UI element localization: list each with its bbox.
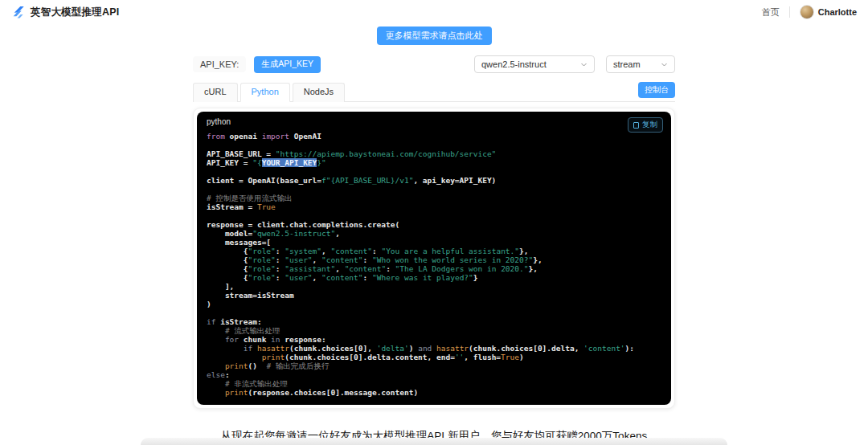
code-segment: } <box>473 273 478 282</box>
code-line: {"role": "assistant", "content": "The LA… <box>207 264 661 273</box>
code-line: # 控制是否使用流式输出 <box>207 194 661 202</box>
code-line: model="qwen2.5-instruct", <box>207 229 661 238</box>
code-segment: : <box>276 255 285 264</box>
code-segment: , flush= <box>464 353 501 361</box>
code-segment: f"{API_BASE_URL}/v1" <box>321 176 413 185</box>
code-line <box>207 141 661 149</box>
code-segment: : <box>276 247 285 255</box>
code-segment: in <box>266 335 285 344</box>
code-segment: (response.choices[0].message.content) <box>248 388 419 397</box>
code-segment: "You are a helpful assistant." <box>381 247 519 255</box>
code-segment: (chunk.choices[0], <box>289 344 377 353</box>
nav-home-link[interactable]: 首页 <box>762 6 780 18</box>
code-segment: : <box>276 273 285 282</box>
code-segment: }, <box>519 247 528 255</box>
code-segment: ): <box>625 344 634 353</box>
code-segment: and <box>418 344 436 353</box>
code-line: API_BASE_URL = "https://apiemp.baystonea… <box>207 149 661 158</box>
code-segment <box>207 353 262 361</box>
code-segment: , <box>313 255 321 264</box>
code-segment: ) <box>409 344 418 353</box>
more-models-button[interactable]: 更多模型需求请点击此处 <box>377 27 492 45</box>
code-segment: : <box>363 255 372 264</box>
code-segment: "content" <box>321 273 362 282</box>
code-line: if hasattr(chunk.choices[0], 'delta') an… <box>207 344 661 353</box>
code-segment: isStream = <box>207 202 257 211</box>
generate-api-key-button[interactable]: 生成API_KEY <box>254 56 321 73</box>
code-segment <box>207 388 225 397</box>
code-segment: "assistant" <box>285 264 335 273</box>
code-segment: "role" <box>248 264 275 273</box>
code-segment: client = OpenAI(base_url= <box>207 176 321 185</box>
code-segment: # 控制是否使用流式输出 <box>207 194 292 202</box>
model-select[interactable]: qwen2.5-instruct <box>474 55 595 73</box>
tab-curl[interactable]: cURL <box>193 83 238 102</box>
code-segment: () <box>248 361 267 370</box>
tab-python[interactable]: Python <box>240 83 290 102</box>
code-segment: chunk <box>244 335 267 344</box>
code-segment: response: <box>285 335 326 344</box>
code-segment: ], <box>207 282 234 291</box>
brand[interactable]: 英智大模型推理API <box>11 5 119 19</box>
code-segment: hasattr <box>257 344 289 353</box>
console-button[interactable]: 控制台 <box>638 82 675 98</box>
next-section-edge <box>141 438 727 445</box>
code-segment: 'delta' <box>377 344 409 353</box>
brand-logo-icon <box>11 5 26 19</box>
code-segment: isStream: <box>220 317 261 326</box>
code-segment: }" <box>317 158 326 167</box>
code-segment: "Who won the world series in 2020?" <box>372 255 533 264</box>
code-segment <box>207 361 225 370</box>
code-block: python 复制 from openai import OpenAI API_… <box>197 112 671 405</box>
code-segment: API_KEY = <box>207 158 252 167</box>
code-line: # 非流式输出处理 <box>207 379 661 388</box>
code-segment: { <box>207 255 248 264</box>
code-segment: True <box>501 353 519 361</box>
code-segment: openai <box>230 132 257 141</box>
code-line: if isStream: <box>207 317 661 326</box>
code-segment: (chunk.choices[0].delta.content, end= <box>285 353 455 361</box>
copy-button-label: 复制 <box>642 120 657 130</box>
code-segment: : <box>225 370 230 379</box>
model-select-value: qwen2.5-instruct <box>481 59 547 69</box>
stream-select[interactable]: stream <box>606 55 675 73</box>
code-segment: : <box>363 273 372 282</box>
code-segment: API_BASE_URL = <box>207 149 276 158</box>
code-line: else: <box>207 370 661 379</box>
code-language-label: python <box>207 117 661 126</box>
code-segment: "user" <box>285 255 312 264</box>
code-segment: ) <box>207 300 211 308</box>
code-segment: OpenAI <box>294 132 321 141</box>
code-segment: hasattr <box>436 344 469 353</box>
code-segment: "content" <box>345 264 386 273</box>
user-menu[interactable]: Charlotte <box>800 5 857 19</box>
code-segment: else <box>207 370 225 379</box>
code-segment: { <box>207 247 248 255</box>
code-line <box>207 167 661 176</box>
code-line: messages=[ <box>207 238 661 247</box>
header-divider <box>789 6 790 18</box>
copy-icon <box>633 122 639 129</box>
code-segment: "content" <box>330 247 371 255</box>
tab-nodejs[interactable]: NodeJs <box>293 83 345 102</box>
code-line: API_KEY = "{YOUR_API_KEY}" <box>207 158 661 167</box>
code-segment: import <box>257 132 294 141</box>
code-line: ) <box>207 300 661 308</box>
code-segment: print <box>262 353 285 361</box>
code-segment: "role" <box>248 273 275 282</box>
code-segment: from <box>207 132 230 141</box>
code-segment: , <box>321 247 330 255</box>
code-segment: { <box>207 273 248 282</box>
code-line: from openai import OpenAI <box>207 132 661 141</box>
code-segment: "user" <box>285 273 312 282</box>
code-segment: ) <box>519 353 524 361</box>
code-line: client = OpenAI(base_url=f"{API_BASE_URL… <box>207 176 661 185</box>
avatar <box>800 5 814 19</box>
code-segment: }, <box>533 255 542 264</box>
copy-button[interactable]: 复制 <box>628 117 663 133</box>
code-line: {"role": "system", "content": "You are a… <box>207 247 661 255</box>
code-line: response = client.chat.completions.creat… <box>207 220 661 229</box>
code-segment: , <box>313 273 321 282</box>
code-segment: (chunk.choices[0].delta, <box>469 344 583 353</box>
top-header: 英智大模型推理API 首页 Charlotte <box>0 0 868 24</box>
